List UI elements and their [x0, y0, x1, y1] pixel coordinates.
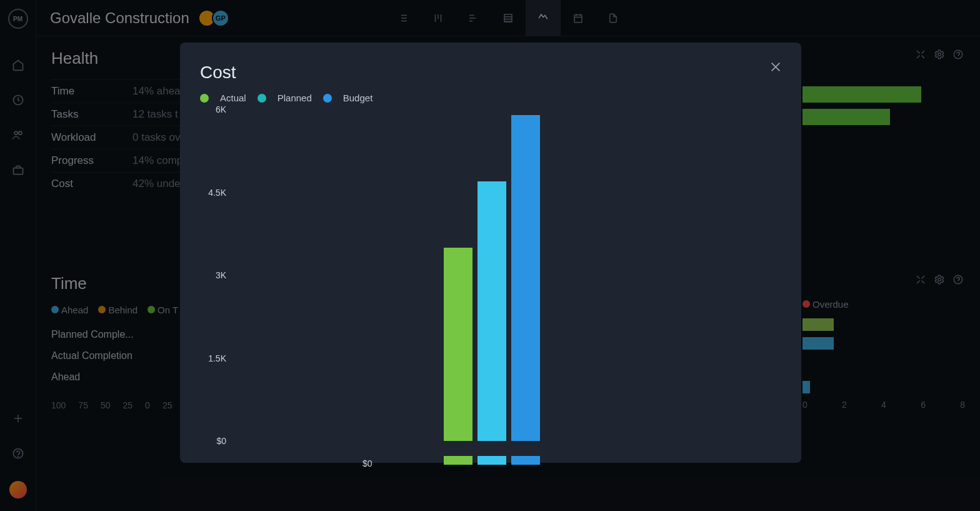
y-axis: 6K 4.5K 3K 1.5K $0 — [200, 109, 231, 441]
bar-actual[interactable] — [444, 248, 472, 441]
mini-bar-actual — [444, 456, 472, 465]
legend-dot-actual — [200, 94, 209, 103]
mini-bar-planned — [478, 456, 506, 465]
chart-legend: Actual Planned Budget — [200, 93, 781, 103]
mini-bar-budget — [511, 456, 540, 465]
y-tick: 1.5K — [208, 353, 226, 363]
modal-title: Cost — [200, 63, 781, 83]
bars — [444, 115, 540, 441]
x-tick: $0 — [362, 458, 372, 468]
mini-bars — [444, 456, 540, 465]
cost-chart: 6K 4.5K 3K 1.5K $0 $0 — [231, 109, 781, 441]
legend-dot-budget — [323, 94, 332, 103]
y-tick: $0 — [216, 436, 226, 446]
y-tick: 4.5K — [208, 188, 226, 198]
bar-planned[interactable] — [478, 181, 506, 441]
legend-dot-planned — [258, 94, 266, 103]
y-tick: 3K — [216, 270, 226, 280]
y-tick: 6K — [216, 104, 226, 114]
bar-budget[interactable] — [511, 115, 540, 441]
cost-modal: Cost Actual Planned Budget 6K 4.5K 3K 1.… — [180, 43, 801, 463]
legend-label: Actual — [220, 93, 246, 103]
legend-label: Planned — [278, 93, 312, 103]
close-icon[interactable] — [769, 60, 784, 75]
legend-label: Budget — [343, 93, 373, 103]
